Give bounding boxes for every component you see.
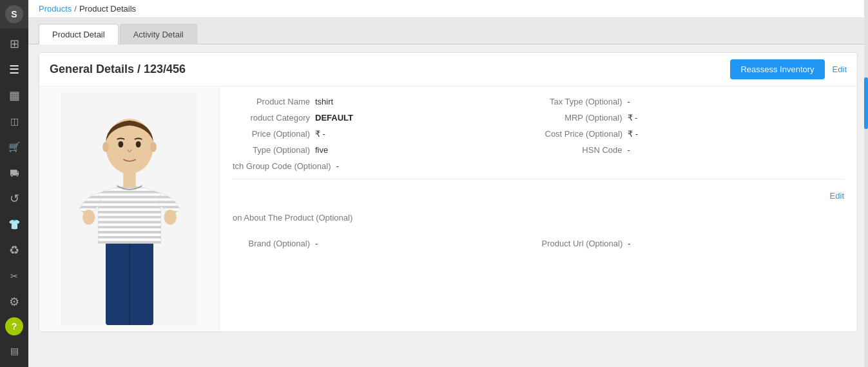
tab-product-detail[interactable]: Product Detail [39,24,119,45]
scrollbar-track [864,0,868,367]
barcode-icon: ▤ [10,346,19,356]
sidebar-item-layers[interactable]: ◫ [0,108,28,134]
product-category-value: DEFAULT [315,113,353,123]
breadcrumb: Products / Product Details [28,0,868,18]
scrollbar-thumb[interactable] [864,77,868,129]
chart-icon: ▦ [9,88,20,103]
sidebar-item-refresh[interactable]: ↺ [0,186,28,212]
cost-price-label: Cost Price (Optional) [545,129,623,139]
mrp-row: MRP (Optional) ₹ - [545,113,845,123]
cost-price-row: Cost Price (Optional) ₹ - [545,129,845,139]
svg-point-8 [118,141,123,148]
svg-point-5 [82,210,95,224]
breadcrumb-link-products[interactable]: Products [39,4,72,14]
hsn-code-row: HSN Code - [545,145,845,155]
product-url-label: Product Url (Optional) [542,239,623,248]
tax-type-value: - [628,97,630,106]
price-row: Price (Optional) ₹ - [233,129,532,139]
svg-rect-10 [123,172,135,187]
hsn-code-value: - [628,145,630,155]
details-panel: Product Name tshirt roduct Category DEFA… [220,86,857,332]
breadcrumb-separator: / [74,4,77,14]
product-name-row: Product Name tshirt [233,97,532,106]
detail-group-left: Product Name tshirt roduct Category DEFA… [233,97,532,171]
type-row: Type (Optional) five [233,145,532,155]
tax-type-row: Tax Type (Optional) - [545,97,845,106]
logo-text: S [11,9,17,19]
refresh-icon: ↺ [10,192,19,206]
sidebar-item-tools[interactable]: ✂ [0,263,28,289]
breadcrumb-current: Product Details [79,4,136,14]
header-edit-link[interactable]: Edit [833,64,847,74]
sidebar-item-tshirt[interactable]: 👕 [0,212,28,237]
price-value: ₹ - [315,129,325,139]
batch-group-label: tch Group Code (Optional) [233,161,331,171]
tab-product-detail-label: Product Detail [52,30,105,39]
product-image-container [39,86,220,332]
product-category-row: roduct Category DEFAULT [233,113,532,123]
description-label: on About The Product (Optional) [233,213,352,223]
details-section-2: Edit on About The Product (Optional) Bra… [233,187,844,248]
mrp-value: ₹ - [628,113,638,123]
main-content: Products / Product Details Product Detai… [28,0,868,367]
svg-point-6 [164,210,176,224]
brand-label: Brand (Optional) [233,239,310,248]
logo-circle: S [5,5,23,23]
price-label: Price (Optional) [233,129,310,139]
svg-point-12 [150,142,157,152]
card-header: General Details / 123/456 Reassess Inven… [39,53,857,86]
sidebar-logo: S [0,0,28,28]
svg-point-9 [135,141,140,148]
hsn-code-label: HSN Code [545,145,622,155]
tabs-bar: Product Detail Activity Detail [28,18,868,45]
section-2-edit-area: Edit [233,187,844,206]
sidebar-item-truck[interactable]: ⛟ [0,160,28,186]
card-title: General Details / 123/456 [50,63,186,76]
truck-icon: ⛟ [10,168,19,179]
product-url-value: - [628,239,630,248]
sidebar-item-cart[interactable]: 🛒 [0,134,28,160]
details-grid: Product Name tshirt roduct Category DEFA… [233,97,844,171]
sidebar-item-documents[interactable]: ☰ [0,57,28,83]
cart-icon: 🛒 [8,141,21,153]
cost-price-value: ₹ - [628,129,638,139]
sidebar-item-chart[interactable]: ▦ [0,83,28,108]
sidebar-item-barcode[interactable]: ▤ [0,338,28,364]
tab-activity-detail-label: Activity Detail [133,30,184,39]
sidebar-item-help[interactable]: ? [5,317,23,335]
sidebar-item-settings[interactable]: ⚙ [0,289,28,315]
product-image [59,93,200,325]
documents-icon: ☰ [9,63,19,77]
type-label: Type (Optional) [233,145,310,155]
layers-icon: ◫ [10,116,19,126]
svg-point-11 [102,142,109,152]
tshirt-icon: 👕 [8,219,21,230]
detail-group-right: Tax Type (Optional) - MRP (Optional) ₹ -… [545,97,845,171]
details-section-1: Product Name tshirt roduct Category DEFA… [233,97,844,179]
reassess-inventory-button[interactable]: Reassess Inventory [730,59,824,79]
batch-group-value: - [336,161,338,171]
tools-icon: ✂ [10,271,18,281]
sidebar: S ⊞ ☰ ▦ ◫ 🛒 ⛟ ↺ 👕 ♻ ✂ ⚙ ? ▤ [0,0,28,367]
bottom-details-grid: Brand (Optional) - Product Url (Optional… [233,239,844,248]
settings-icon: ⚙ [9,295,19,309]
type-value: five [315,145,328,155]
card-header-right: Reassess Inventory Edit [730,59,847,79]
product-category-label: roduct Category [233,113,310,123]
product-card: General Details / 123/456 Reassess Inven… [39,52,858,332]
help-icon: ? [12,321,17,332]
sidebar-item-dashboard[interactable]: ⊞ [0,31,28,57]
product-url-row: Product Url (Optional) - [542,239,845,248]
product-name-label: Product Name [233,97,310,106]
section2-edit-link[interactable]: Edit [830,191,844,201]
tax-type-label: Tax Type (Optional) [545,97,622,106]
card-body: Product Name tshirt roduct Category DEFA… [39,86,857,332]
sidebar-item-recycle[interactable]: ♻ [0,237,28,263]
tab-activity-detail[interactable]: Activity Detail [120,24,197,45]
brand-row: Brand (Optional) - [233,239,535,248]
brand-value: - [315,239,318,248]
page-content: General Details / 123/456 Reassess Inven… [28,45,868,367]
batch-group-row: tch Group Code (Optional) - [233,161,532,171]
dashboard-icon: ⊞ [10,37,19,51]
description-field: on About The Product (Optional) [233,206,844,228]
